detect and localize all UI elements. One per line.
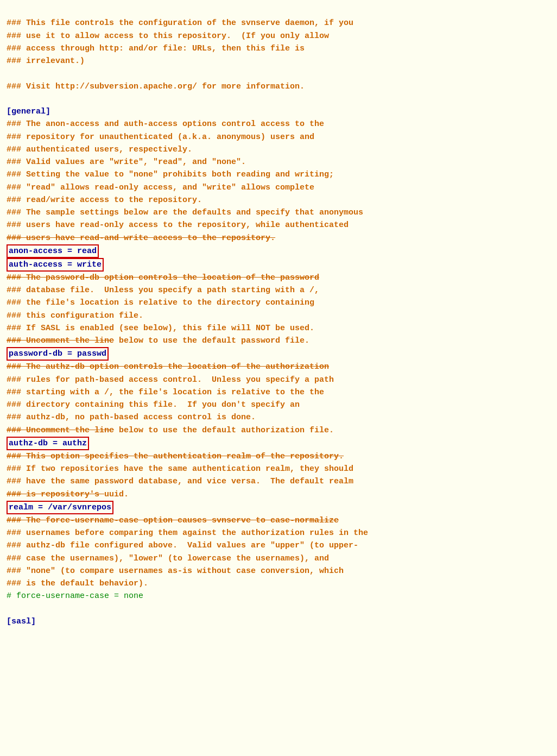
code-line-35: ### If two repositories have the same au… bbox=[7, 463, 550, 475]
comment-text: ### Setting the value to "none" prohibit… bbox=[7, 170, 334, 179]
code-line-19: auth-access = write bbox=[7, 258, 550, 272]
active-setting: realm = /var/svnrepos bbox=[7, 501, 113, 514]
config-file-content: ### This file controls the configuration… bbox=[7, 4, 550, 628]
comment-strikethrough: ### The force-username-case option cause… bbox=[7, 516, 339, 525]
code-line-18: anon-access = read bbox=[7, 244, 550, 258]
code-line-11: ### Valid values are "write", "read", an… bbox=[7, 156, 550, 168]
code-line-1: ### use it to allow access to this repos… bbox=[7, 30, 550, 42]
comment-strikethrough: ### This option specifies the authentica… bbox=[7, 452, 344, 461]
code-line-40: ### usernames before comparing them agai… bbox=[7, 527, 550, 539]
code-line-7: [general] bbox=[7, 105, 550, 118]
comment-text: ### directory containing this file. If y… bbox=[7, 400, 300, 410]
code-line-4 bbox=[7, 67, 550, 80]
code-line-36: ### have the same password database, and… bbox=[7, 475, 550, 488]
comment-text: ### this configuration file. bbox=[7, 311, 143, 320]
code-line-3: ### irrelevant.) bbox=[7, 55, 550, 67]
code-line-8: ### The anon-access and auth-access opti… bbox=[7, 118, 550, 130]
comment-text: ### authz-db, no path-based access contr… bbox=[7, 413, 256, 422]
comment-text: ### database file. Unless you specify a … bbox=[7, 286, 319, 295]
code-line-27: ### The authz-db option controls the loc… bbox=[7, 361, 550, 373]
comment-text: ### Visit http://subversion.apache.org/ … bbox=[7, 82, 305, 91]
code-line-33: authz-db = authz bbox=[7, 437, 550, 450]
code-line-32: ### Uncomment the line below to use the … bbox=[7, 424, 550, 437]
code-line-29: ### starting with a /, the file's locati… bbox=[7, 386, 550, 399]
code-line-17: ### users have read-and write access to … bbox=[7, 232, 550, 244]
code-line-23: ### this configuration file. bbox=[7, 310, 550, 322]
comment-text: ### The sample settings below are the de… bbox=[7, 208, 363, 217]
code-line-45: # force-username-case = none bbox=[7, 590, 550, 602]
section-header: [sasl] bbox=[7, 617, 36, 626]
comment-text: ### authz-db file configured above. Vali… bbox=[7, 541, 358, 550]
active-setting: password-db = passwd bbox=[7, 347, 109, 361]
comment-strikethrough: ### The password-db option controls the … bbox=[7, 273, 319, 282]
comment-text: ### "read" allows read-only access, and … bbox=[7, 183, 314, 192]
code-line-25: ### Uncomment the line below to use the … bbox=[7, 335, 550, 347]
code-line-46 bbox=[7, 603, 550, 615]
code-line-47: [sasl] bbox=[7, 615, 550, 628]
code-line-44: ### is the default behavior). bbox=[7, 577, 550, 590]
code-line-13: ### "read" allows read-only access, and … bbox=[7, 181, 550, 194]
sharp-comment: # force-username-case = none bbox=[7, 591, 143, 601]
code-line-42: ### case the usernames), "lower" (to low… bbox=[7, 552, 550, 565]
code-line-26: password-db = passwd bbox=[7, 347, 550, 361]
comment-text: ### rules for path-based access control.… bbox=[7, 375, 334, 385]
code-line-31: ### authz-db, no path-based access contr… bbox=[7, 411, 550, 424]
section-header: [general] bbox=[7, 107, 50, 116]
code-line-10: ### authenticated users, respectively. bbox=[7, 143, 550, 156]
comment-text: ### usernames before comparing them agai… bbox=[7, 528, 368, 538]
comment-text: ### The anon-access and auth-access opti… bbox=[7, 119, 324, 129]
comment-strikethrough: ### The authz-db option controls the loc… bbox=[7, 362, 329, 371]
comment-text: ### case the usernames), "lower" (to low… bbox=[7, 554, 329, 563]
code-line-24: ### If SASL is enabled (see below), this… bbox=[7, 322, 550, 335]
comment-text: ### This file controls the configuration… bbox=[7, 18, 353, 28]
code-line-39: ### The force-username-case option cause… bbox=[7, 514, 550, 527]
comment-text: ### authenticated users, respectively. bbox=[7, 145, 192, 154]
comment-strikethrough: ### users have read-and write access to … bbox=[7, 234, 275, 243]
code-line-20: ### The password-db option controls the … bbox=[7, 272, 550, 284]
code-line-41: ### authz-db file configured above. Vali… bbox=[7, 539, 550, 552]
code-line-30: ### directory containing this file. If y… bbox=[7, 399, 550, 411]
comment-text: ### is the default behavior). bbox=[7, 579, 148, 588]
comment-text: ### If SASL is enabled (see below), this… bbox=[7, 324, 314, 333]
code-line-9: ### repository for unauthenticated (a.k.… bbox=[7, 131, 550, 143]
active-setting: authz-db = authz bbox=[7, 437, 89, 450]
code-line-14: ### read/write access to the repository. bbox=[7, 194, 550, 206]
code-line-2: ### access through http: and/or file: UR… bbox=[7, 42, 550, 55]
comment-text: ### read/write access to the repository. bbox=[7, 196, 202, 205]
code-line-22: ### the file's location is relative to t… bbox=[7, 297, 550, 309]
code-line-0: ### This file controls the configuration… bbox=[7, 17, 550, 29]
comment-text: ### If two repositories have the same au… bbox=[7, 464, 353, 474]
comment-text: ### access through http: and/or file: UR… bbox=[7, 44, 305, 53]
code-line-15: ### The sample settings below are the de… bbox=[7, 206, 550, 219]
comment-text: ### repository for unauthenticated (a.k.… bbox=[7, 133, 314, 142]
comment-text: ### "none" (to compare usernames as-is w… bbox=[7, 566, 344, 576]
code-line-16: ### users have read-only access to the r… bbox=[7, 219, 550, 231]
comment-text: ### starting with a /, the file's locati… bbox=[7, 388, 324, 397]
comment-text: ### Valid values are "write", "read", an… bbox=[7, 158, 246, 167]
active-setting: anon-access = read bbox=[7, 244, 99, 258]
code-line-37: ### is repository's uuid. bbox=[7, 488, 550, 501]
code-line-28: ### rules for path-based access control.… bbox=[7, 374, 550, 386]
code-line-43: ### "none" (to compare usernames as-is w… bbox=[7, 565, 550, 577]
comment-text: ### use it to allow access to this repos… bbox=[7, 32, 329, 41]
code-line-38: realm = /var/svnrepos bbox=[7, 501, 550, 514]
code-line-6 bbox=[7, 93, 550, 105]
code-line-12: ### Setting the value to "none" prohibit… bbox=[7, 168, 550, 181]
comment-text: ### have the same password database, and… bbox=[7, 477, 353, 486]
code-line-34: ### This option specifies the authentica… bbox=[7, 450, 550, 463]
comment-text: ### users have read-only access to the r… bbox=[7, 220, 349, 230]
comment-text: ### the file's location is relative to t… bbox=[7, 298, 314, 307]
code-line-5: ### Visit http://subversion.apache.org/ … bbox=[7, 80, 550, 93]
code-line-21: ### database file. Unless you specify a … bbox=[7, 284, 550, 297]
active-setting: auth-access = write bbox=[7, 258, 104, 272]
comment-text: ### irrelevant.) bbox=[7, 56, 85, 66]
